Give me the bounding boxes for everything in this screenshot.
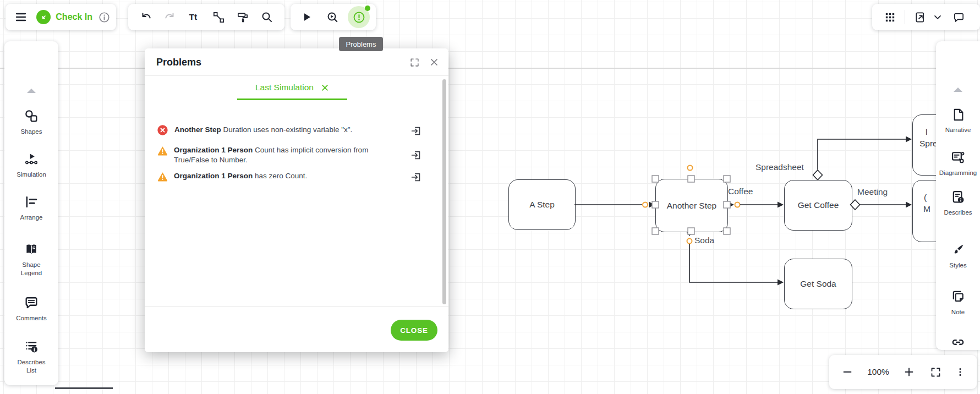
sidebar-item-styles[interactable]: Styles <box>936 242 980 270</box>
shape-label: Get Soda <box>800 279 836 289</box>
edit-toolbar: Tt <box>128 4 284 30</box>
connector-label-coffee[interactable]: Coffee <box>728 187 753 196</box>
simulation-results-button[interactable] <box>322 7 342 27</box>
apps-grid-button[interactable] <box>880 7 900 27</box>
dialog-close-button[interactable]: CLOSE <box>391 320 437 341</box>
shape-a-step[interactable]: A Step <box>508 179 576 230</box>
dialog-footer: CLOSE <box>145 306 448 352</box>
problem-text: Organization 1 Person Count has implicit… <box>174 145 384 165</box>
dialog-close-icon-button[interactable] <box>428 56 441 69</box>
connector-label-soda[interactable]: Soda <box>694 236 714 245</box>
kebab-menu-icon <box>955 366 966 377</box>
connector-label-spreadsheet[interactable]: Spreadsheet <box>755 162 804 172</box>
undo-icon <box>139 10 152 24</box>
sidebar-item-links[interactable]: Links <box>936 335 980 350</box>
sidebar-item-simulation[interactable]: Simulation <box>4 151 58 179</box>
fit-to-screen-button[interactable] <box>927 362 944 382</box>
run-simulation-button[interactable] <box>297 7 316 27</box>
sidebar-item-describes[interactable]: Describes <box>936 189 980 217</box>
sticky-note-icon <box>950 289 966 304</box>
zoom-level-display[interactable]: 100% <box>866 367 891 377</box>
problem-text: Organization 1 Person has zero Count. <box>174 171 384 181</box>
sidebar-item-diagramming[interactable]: Diagramming <box>936 150 980 177</box>
sidebar-item-narrative[interactable]: Narrative <box>936 107 980 134</box>
align-left-icon <box>24 194 39 210</box>
go-to-problem-button[interactable] <box>410 124 423 138</box>
problem-row: Organization 1 Person has zero Count. <box>157 171 436 184</box>
dialog-expand-button[interactable] <box>408 56 421 69</box>
dialog-scrollbar-thumb[interactable] <box>442 79 446 304</box>
magnifier-play-icon <box>326 10 339 24</box>
more-options-button[interactable] <box>954 362 967 382</box>
zoom-in-button[interactable] <box>901 362 917 382</box>
error-icon <box>157 124 168 136</box>
problem-message: has zero Count. <box>255 172 307 180</box>
sidebar-item-note[interactable]: Note <box>936 289 980 316</box>
paintbrush-icon <box>950 242 966 258</box>
problem-text: Another Step Duration uses non-existing … <box>174 125 385 135</box>
sidebar-item-comments[interactable]: Comments <box>4 295 58 322</box>
problem-subject: Organization 1 Person <box>174 146 253 154</box>
page-corner-line <box>55 387 113 389</box>
goto-shape-icon <box>410 125 422 137</box>
feedback-button[interactable] <box>949 7 968 27</box>
shape-another-step-selected[interactable]: Another Step <box>655 179 728 232</box>
tab-close-icon[interactable] <box>321 84 329 92</box>
fullscreen-icon <box>930 366 941 378</box>
shape-get-coffee[interactable]: Get Coffee <box>784 180 852 231</box>
shapes-icon <box>24 108 39 124</box>
close-icon <box>429 57 440 68</box>
expand-icon <box>409 57 420 68</box>
describes-list-icon <box>24 339 39 354</box>
speech-bubble-icon <box>952 11 965 24</box>
export-document-icon <box>914 11 927 24</box>
connector-label-meeting[interactable]: Meeting <box>857 187 888 197</box>
shape-label-fragment: M <box>913 203 930 215</box>
hamburger-icon <box>14 10 28 24</box>
apps-grid-icon <box>884 11 896 24</box>
undo-button[interactable] <box>136 7 156 27</box>
zoom-out-button[interactable] <box>839 362 856 382</box>
redo-button[interactable] <box>160 7 180 27</box>
shape-label-fragment: ( <box>913 191 927 203</box>
chevron-down-icon <box>932 12 943 23</box>
search-button[interactable] <box>257 7 277 27</box>
dialog-title: Problems <box>156 48 201 76</box>
check-in-status-icon <box>36 10 51 24</box>
go-to-problem-button[interactable] <box>410 171 423 184</box>
problem-subject: Organization 1 Person <box>174 172 253 180</box>
main-menu-button[interactable] <box>14 7 28 27</box>
dialog-header: Problems <box>145 48 448 76</box>
export-dropdown-button[interactable] <box>930 7 945 27</box>
sidebar-item-shape-legend[interactable]: Shape Legend <box>4 242 58 277</box>
info-button[interactable] <box>98 7 111 27</box>
redo-icon <box>163 10 177 24</box>
connector-icon <box>212 11 225 24</box>
text-tool-button[interactable]: Tt <box>184 7 204 27</box>
sidebar-item-shapes[interactable]: Shapes <box>4 108 58 136</box>
sidebar-item-describes-list[interactable]: Describes List <box>4 339 58 375</box>
sidebar-item-arrange[interactable]: Arrange <box>4 194 58 222</box>
warning-icon <box>157 171 168 183</box>
zoom-toolbar: 100% <box>829 355 977 389</box>
warning-icon <box>157 145 168 157</box>
export-document-button[interactable] <box>910 7 930 27</box>
format-painter-button[interactable] <box>233 7 253 27</box>
toolbar-divider <box>905 10 905 24</box>
scroll-up-arrow[interactable] <box>954 87 962 92</box>
problems-button[interactable] <box>348 6 370 28</box>
paint-roller-icon <box>237 11 249 24</box>
shape-label: Another Step <box>667 201 716 211</box>
simulation-toolbar <box>291 4 376 30</box>
shape-get-soda[interactable]: Get Soda <box>784 259 852 309</box>
app-switch-toolbar <box>872 4 980 30</box>
app-window: A Step Another Step Get Coffee Get Soda … <box>0 0 980 394</box>
tab-last-simulation[interactable]: Last Simulation <box>237 83 347 100</box>
connector-tool-button[interactable] <box>209 7 228 27</box>
tab-label: Last Simulation <box>255 83 314 92</box>
go-to-problem-button[interactable] <box>410 149 423 162</box>
scroll-up-arrow[interactable] <box>27 89 36 93</box>
problems-tooltip: Problems <box>339 37 383 51</box>
check-in-button[interactable]: Check In <box>56 12 92 22</box>
info-icon <box>98 11 111 24</box>
